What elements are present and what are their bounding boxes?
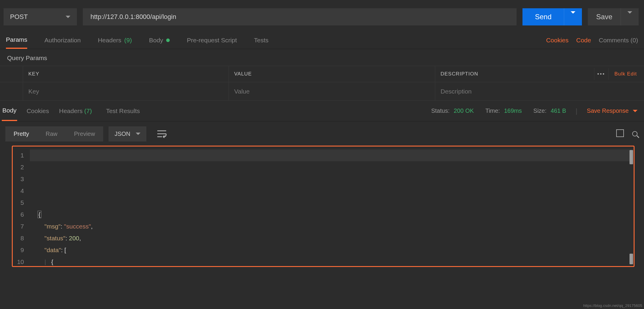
line-wrap-button[interactable] [153,126,170,141]
send-label: Send [522,13,564,21]
status-value: 200 OK [454,107,474,114]
tab-label: Tests [254,37,268,44]
response-body: 12345678910 { "msg": "success", "status"… [12,146,635,267]
bulk-edit-link[interactable]: Bulk Edit [614,71,639,77]
query-params-title: Query Params [0,49,644,66]
col-label: DESCRIPTION [441,71,478,77]
save-label: Save [588,13,621,21]
save-response-button[interactable]: Save Response [587,107,637,114]
tab-params[interactable]: Params [6,31,27,49]
tab-label: Cookies [27,107,49,115]
comments-link[interactable]: Comments (0) [599,37,638,44]
tab-prerequest-script[interactable]: Pre-request Script [187,31,237,49]
label: Save Response [587,107,629,114]
size-value: 461 B [551,107,566,114]
watermark: https://blog.csdn.net/qq_29175605 [583,303,643,308]
request-tabs: Params Authorization Headers (9) Body Pr… [0,31,644,49]
tab-label: Headers [98,37,121,44]
tab-label: Params [6,36,27,43]
params-col-key-header: KEY [23,66,229,82]
request-url-bar: POST Send Save [0,0,644,31]
separator: | [570,107,583,115]
send-button[interactable]: Send [522,8,582,25]
params-col-value-header: VALUE [229,66,435,82]
response-toolbar: Pretty Raw Preview JSON [0,121,644,144]
chevron-down-icon [571,11,575,20]
line-numbers: 12345678910 [13,147,30,266]
response-tab-test-results[interactable]: Test Results [106,101,140,121]
tab-headers[interactable]: Headers (9) [98,31,132,49]
status-label: Status: [431,107,449,114]
request-actions: Cookies Code Comments (0) [546,37,638,44]
http-method-select[interactable]: POST [4,8,77,25]
tab-label: Headers [59,107,82,115]
code-content[interactable]: { "msg": "success", "status": 200, "data… [30,147,634,266]
tab-authorization[interactable]: Authorization [44,31,81,49]
time-label: Time: [485,107,500,114]
body-format-select[interactable]: JSON [109,126,146,141]
col-label: KEY [28,71,39,77]
search-icon[interactable] [632,131,637,136]
chevron-down-icon [633,110,637,112]
tab-label: Body [2,107,17,114]
tab-tests[interactable]: Tests [254,31,268,49]
chevron-down-icon [627,11,632,20]
response-tab-body[interactable]: Body [2,101,17,121]
tab-label: Pre-request Script [187,37,237,44]
body-view-tabs: Pretty Raw Preview [5,126,103,141]
response-tab-cookies[interactable]: Cookies [26,101,50,121]
more-icon[interactable]: ••• [594,68,609,80]
save-dropdown-arrow[interactable] [621,14,639,20]
url-input[interactable] [83,8,517,25]
param-desc-input[interactable] [441,88,639,95]
params-header-actions: ••• Bulk Edit [594,68,639,80]
view-pretty[interactable]: Pretty [5,126,37,141]
scrollbar-thumb[interactable] [630,150,633,164]
http-method-value: POST [10,13,28,21]
params-col-desc-header: DESCRIPTION ••• Bulk Edit [435,66,644,82]
params-checkbox-col [0,66,23,82]
chevron-down-icon [66,16,70,18]
response-meta: Status: 200 OK Time: 169ms Size: 461 B |… [431,107,637,115]
headers-count: (9) [124,37,132,44]
view-raw[interactable]: Raw [37,126,66,141]
col-label: VALUE [234,71,252,77]
param-key-input[interactable] [28,88,223,95]
send-dropdown-arrow[interactable] [564,14,582,20]
view-preview[interactable]: Preview [66,126,103,141]
response-tabs: Body Cookies Headers (7) Test Results St… [0,101,644,121]
tab-body[interactable]: Body [149,31,170,49]
params-table-header: KEY VALUE DESCRIPTION ••• Bulk Edit [0,66,644,82]
param-value-input[interactable] [234,88,430,95]
cookies-link[interactable]: Cookies [546,37,569,44]
line-wrap-icon [157,130,167,138]
response-tab-headers[interactable]: Headers (7) [59,101,93,121]
active-line-highlight [30,149,633,161]
tab-label: Test Results [106,107,140,115]
response-toolbar-right [617,131,637,137]
body-dot-indicator [166,38,170,42]
params-row [0,82,644,101]
headers-count: (7) [84,107,92,115]
time-value: 169ms [504,107,522,114]
code-link[interactable]: Code [576,37,591,44]
tab-label: Authorization [44,37,81,44]
params-row-checkbox[interactable] [0,82,23,100]
chevron-down-icon [136,133,140,135]
save-button[interactable]: Save [588,8,639,25]
size-label: Size: [533,107,546,114]
copy-icon[interactable] [617,131,624,137]
tab-label: Body [149,37,163,44]
format-value: JSON [114,131,130,137]
